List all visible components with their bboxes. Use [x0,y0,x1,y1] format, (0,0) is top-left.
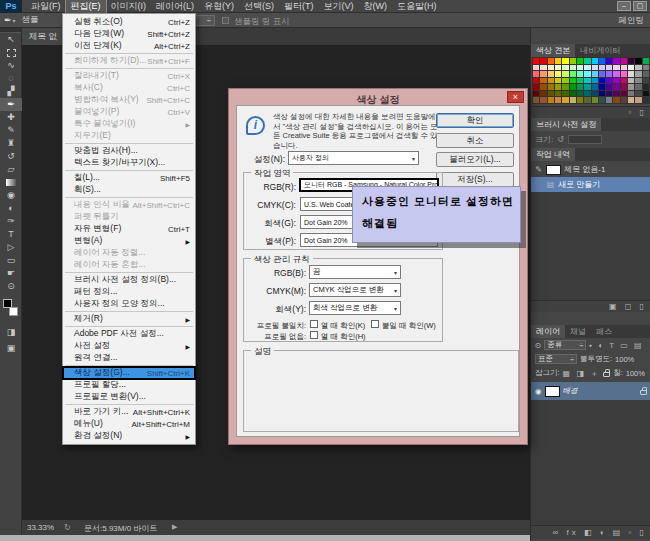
menubar-item-2[interactable]: 편집(E) [66,0,106,13]
filter-type-icons[interactable]: ▪ ◐ T ▭ ▤ [589,341,643,350]
swatch[interactable] [606,58,612,64]
tab-swatches[interactable]: 색상 견본 [531,44,575,57]
move-tool[interactable]: ↖ [0,33,22,46]
clone-stamp-tool[interactable]: ♜ [0,137,22,150]
swatch[interactable] [592,58,598,64]
menu-item[interactable]: 희미하게 하기(D)...Shift+Ctrl+F [63,55,195,67]
swatch[interactable] [540,91,546,97]
menu-item[interactable]: 잘라내기(T)Ctrl+X [63,70,195,82]
layers-footer-icons[interactable]: ∞ fx ◧ ◐ ▤ ▫ ▯ [531,525,650,539]
swatch[interactable] [540,84,546,90]
swatch[interactable] [628,97,634,103]
menu-item[interactable]: 퍼펫 뒤틀기 [63,211,195,223]
swatch[interactable] [613,78,619,84]
undo-icon[interactable]: ↺ [557,135,564,144]
swatch[interactable] [628,65,634,71]
swatch[interactable] [621,97,627,103]
swatch[interactable] [621,58,627,64]
menu-item[interactable]: 지우기(E) [63,130,195,142]
load-button[interactable]: 불러오기(L)... [436,152,514,167]
chevron-down-icon[interactable]: ▾ [13,17,16,24]
menu-item[interactable]: 칠(L)...Shift+F5 [63,172,195,184]
swatch[interactable] [592,71,598,77]
history-brush-tool[interactable]: ↺ [0,150,22,163]
tab-brush-presets[interactable]: 브러시 사전 설정 [531,118,601,131]
swatch[interactable] [577,58,583,64]
swatch[interactable] [548,84,554,90]
swatch[interactable] [599,84,605,90]
menubar-item-5[interactable]: 유형(Y) [199,0,239,13]
shape-tool[interactable]: ▭ [0,254,22,267]
swatch[interactable] [577,84,583,90]
swatch[interactable] [628,78,634,84]
swatch[interactable] [592,65,598,71]
background-color-chip[interactable] [9,307,18,316]
swatch[interactable] [570,97,576,103]
swatch[interactable] [570,71,576,77]
zoom-level[interactable]: 33.33% [27,523,54,532]
swatch[interactable] [592,78,598,84]
dodge-tool[interactable]: ◐ [0,202,22,215]
swatches-footer-icons[interactable]: ▫ ▯ [531,106,650,118]
swatch[interactable] [548,58,554,64]
swatch[interactable] [613,71,619,77]
opacity-value[interactable]: 100% [615,355,634,364]
swatch[interactable] [628,71,634,77]
swatch[interactable] [562,84,568,90]
swatch[interactable] [643,91,649,97]
swatch[interactable] [599,58,605,64]
swatch[interactable] [599,78,605,84]
swatch[interactable] [555,78,561,84]
swatch[interactable] [643,71,649,77]
swatch[interactable] [562,71,568,77]
menubar-item-1[interactable]: 파일(F) [26,0,66,13]
swatch[interactable] [592,91,598,97]
menu-item[interactable]: 실행 취소(O)Ctrl+Z [63,16,195,28]
gray-policy-select[interactable]: 회색 작업으로 변환 ▾ [309,301,401,315]
menu-item[interactable]: 내용 인식 비율Alt+Shift+Ctrl+C [63,199,195,211]
missing-open-checkbox[interactable] [310,331,318,339]
layer-thumbnail[interactable] [545,386,560,397]
swatch[interactable] [533,97,539,103]
eyedropper-icon[interactable]: ✒ [4,15,12,25]
lasso-tool[interactable]: ∿ [0,59,22,72]
zoom-tool[interactable]: ⊙ [0,280,22,293]
rect-marquee-tool[interactable] [0,46,22,59]
brush-tool[interactable]: ✎ [0,124,22,137]
menu-item[interactable]: 텍스트 찾기/바꾸기(X)... [63,157,195,169]
lock-all-icon[interactable] [603,372,610,377]
menu-item[interactable]: 메뉴(U)Alt+Shift+Ctrl+M [63,418,195,430]
swatch[interactable] [555,65,561,71]
swatch[interactable] [592,97,598,103]
menu-item[interactable]: 브러시 사전 설정 정의(B)... [63,274,195,286]
swatch[interactable] [606,65,612,71]
swatch[interactable] [562,65,568,71]
menu-item[interactable]: 다음 단계(W)Shift+Ctrl+Z [63,28,195,40]
swatch[interactable] [621,71,627,77]
swatch[interactable] [533,91,539,97]
minimize-button[interactable]: – [617,1,631,11]
swatch[interactable] [584,71,590,77]
menu-item[interactable]: 사전 설정▶ [63,340,195,352]
swatch[interactable] [533,71,539,77]
menu-item[interactable]: 색상 설정(G)...Shift+Ctrl+K [63,367,195,379]
swatch[interactable] [540,65,546,71]
menubar-item-6[interactable]: 선택(S) [239,0,279,13]
swatch[interactable] [599,65,605,71]
quick-selection-tool[interactable]: ◌ [0,72,22,85]
swatch[interactable] [548,71,554,77]
tab-layers[interactable]: 레이어 [531,325,565,338]
history-brush-source-icon[interactable]: ✎ [534,165,543,174]
swatch[interactable] [635,78,641,84]
visibility-eye-icon[interactable]: ◉ [535,387,542,396]
eraser-tool[interactable]: ▱ [0,163,22,176]
workspace-switcher[interactable]: 페인팅 [619,15,645,27]
menu-item[interactable]: 복사(C)Ctrl+C [63,82,195,94]
lock-option-icons[interactable]: ▦ ◨ ＋ [563,368,601,379]
swatch[interactable] [628,58,634,64]
swatch[interactable] [533,65,539,71]
swatch[interactable] [635,65,641,71]
menubar-item-8[interactable]: 보기(V) [319,0,359,13]
swatch[interactable] [635,91,641,97]
swatch[interactable] [606,91,612,97]
